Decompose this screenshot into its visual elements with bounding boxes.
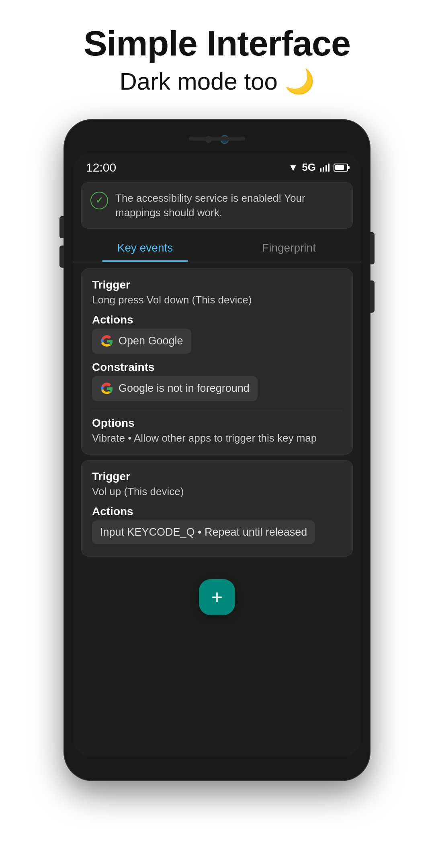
signal-bar-4 bbox=[328, 164, 330, 172]
fab-icon: + bbox=[211, 588, 223, 607]
tab-key-events[interactable]: Key events bbox=[73, 233, 217, 262]
signal-bar-3 bbox=[326, 165, 327, 172]
signal-bar-2 bbox=[323, 167, 324, 172]
volume-up-button[interactable] bbox=[59, 216, 64, 238]
trigger-value-1: Long press Vol down (This device) bbox=[92, 294, 342, 306]
actions-label-2: Actions bbox=[92, 505, 342, 518]
action-chip-label-2: Input KEYCODE_Q • Repeat until released bbox=[100, 526, 307, 538]
left-buttons bbox=[59, 216, 64, 268]
status-bar: 12:00 ▼ 5G bbox=[73, 154, 361, 178]
phone-screen: 12:00 ▼ 5G bbox=[73, 154, 361, 756]
options-label-1: Options bbox=[92, 417, 342, 430]
accessibility-banner: ✓ The accessibility service is enabled! … bbox=[81, 182, 353, 229]
volume-down-button[interactable] bbox=[59, 246, 64, 268]
check-mark: ✓ bbox=[96, 195, 103, 206]
constraint-chip-label-1: Google is not in foreground bbox=[119, 382, 250, 395]
content-area: Trigger Long press Vol down (This device… bbox=[73, 262, 361, 563]
trigger-label-2: Trigger bbox=[92, 470, 342, 483]
mapping-card-1[interactable]: Trigger Long press Vol down (This device… bbox=[81, 268, 353, 454]
signal-bar-1 bbox=[320, 168, 321, 172]
trigger-value-2: Vol up (This device) bbox=[92, 485, 342, 498]
tabs-container: Key events Fingerprint bbox=[73, 233, 361, 262]
fab-area: + bbox=[73, 563, 361, 627]
battery-icon bbox=[334, 164, 348, 172]
mapping-card-2[interactable]: Trigger Vol up (This device) Actions Inp… bbox=[81, 460, 353, 557]
action-chip-label-1: Open Google bbox=[119, 335, 183, 347]
action-chip-2[interactable]: Input KEYCODE_Q • Repeat until released bbox=[92, 520, 315, 544]
tab-fingerprint[interactable]: Fingerprint bbox=[217, 233, 361, 262]
constraints-label-1: Constraints bbox=[92, 361, 342, 374]
google-icon-action bbox=[100, 334, 114, 348]
phone-shell: 12:00 ▼ 5G bbox=[64, 120, 370, 780]
status-time: 12:00 bbox=[86, 161, 116, 174]
banner-text: The accessibility service is enabled! Yo… bbox=[115, 191, 344, 220]
battery-fill bbox=[335, 165, 344, 170]
action-chip-1[interactable]: Open Google bbox=[92, 329, 191, 354]
network-label: 5G bbox=[302, 161, 316, 174]
options-value-1: Vibrate • Allow other apps to trigger th… bbox=[92, 432, 342, 444]
google-icon-constraint bbox=[100, 382, 114, 395]
constraint-chip-1[interactable]: Google is not in foreground bbox=[92, 376, 258, 401]
card-divider-1 bbox=[92, 411, 342, 411]
actions-label-1: Actions bbox=[92, 313, 342, 326]
phone-wrapper: 12:00 ▼ 5G bbox=[64, 120, 370, 780]
signal-icon bbox=[320, 164, 330, 172]
page-subtitle: Dark mode too 🌙 bbox=[84, 67, 350, 96]
page-title: Simple Interface bbox=[84, 24, 350, 63]
speaker-bar bbox=[189, 137, 245, 141]
check-circle-icon: ✓ bbox=[90, 192, 108, 209]
page-header: Simple Interface Dark mode too 🌙 bbox=[68, 0, 366, 112]
fab-button[interactable]: + bbox=[199, 579, 235, 615]
status-icons: ▼ 5G bbox=[289, 161, 348, 174]
trigger-label-1: Trigger bbox=[92, 278, 342, 291]
wifi-icon: ▼ bbox=[289, 162, 298, 173]
